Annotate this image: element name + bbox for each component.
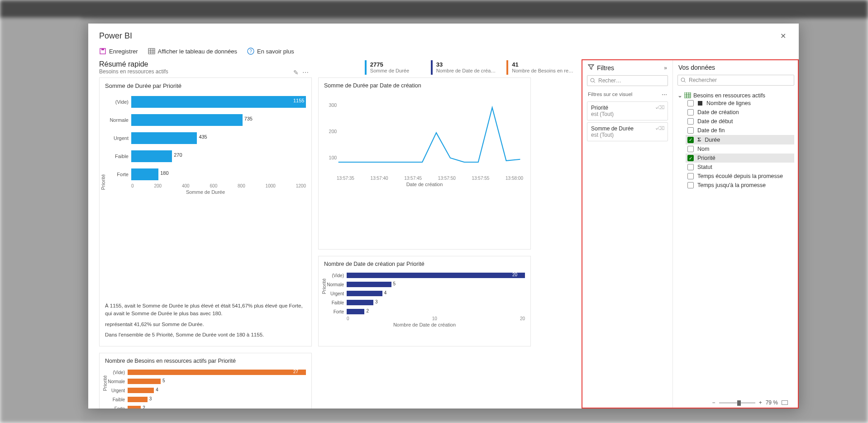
checkbox[interactable]	[687, 109, 694, 115]
edit-icon[interactable]: ✎	[293, 69, 299, 76]
more-icon[interactable]: ⋯	[302, 69, 309, 76]
chart-card-duree-date[interactable]: Somme de Durée par Date de création 300 …	[318, 77, 531, 250]
svg-rect-1	[101, 48, 104, 50]
filter-icon	[588, 64, 594, 72]
data-field-row[interactable]: Nombre de lignes	[686, 99, 794, 108]
field-label: Statut	[697, 164, 712, 170]
bar-row: Forte 2	[324, 307, 525, 316]
checkbox[interactable]	[687, 137, 694, 143]
data-field-row[interactable]: Statut	[686, 163, 794, 172]
data-table-root[interactable]: ⌄ Besoins en ressources actifs	[677, 92, 794, 99]
checkbox[interactable]	[687, 182, 694, 188]
chart-title: Nombre de Besoins en ressources actifs p…	[105, 358, 306, 364]
clear-filter-icon[interactable]: ⌫	[658, 105, 665, 111]
clear-filter-icon[interactable]: ⌫	[658, 125, 665, 131]
filters-title: Filtres	[597, 64, 614, 72]
filter-card[interactable]: Prioritéest (Tout) ⌄ ⌫	[587, 101, 668, 120]
chevron-down-icon: ⌄	[677, 92, 682, 99]
svg-text:300: 300	[329, 102, 337, 108]
chart-card-count-date[interactable]: Nombre de Date de création par Priorité …	[318, 256, 531, 346]
data-field-row[interactable]: Date de fin	[686, 126, 794, 135]
data-field-row[interactable]: Date de création	[686, 108, 794, 117]
bar-row: (Vide) 27	[105, 368, 306, 377]
svg-point-14	[681, 78, 685, 82]
data-field-row[interactable]: Nom	[686, 144, 794, 154]
kpi-card[interactable]: 41 Nombre de Besoins en re…	[506, 60, 577, 75]
bar-row: Forte 180	[105, 165, 306, 183]
kpi-label: Nombre de Besoins en re…	[512, 68, 573, 73]
data-pane-title: Vos données	[678, 64, 715, 71]
data-pane: Vos données Rechercher ⌄ Besoins en ress…	[673, 59, 799, 409]
chart-title: Nombre de Date de création par Priorité	[324, 261, 525, 267]
collapse-icon[interactable]: »	[664, 65, 667, 71]
data-field-row[interactable]: Date de début	[686, 117, 794, 126]
checkbox[interactable]	[687, 127, 694, 134]
field-label: Temps écoulé depuis la promesse	[697, 173, 783, 179]
svg-text:?: ?	[249, 49, 252, 54]
filter-card[interactable]: Somme de Duréeest (Tout) ⌄ ⌫	[587, 122, 668, 141]
svg-rect-21	[698, 101, 702, 106]
kpi-card[interactable]: 33 Nombre de Date de créa…	[431, 60, 499, 75]
data-field-row[interactable]: Temps jusqu'à la promesse	[686, 181, 794, 190]
data-field-row[interactable]: Σ Durée	[686, 135, 794, 144]
help-icon: ?	[247, 48, 254, 55]
kpi-label: Somme de Durée	[370, 68, 420, 73]
checkbox[interactable]	[687, 155, 694, 161]
svg-text:200: 200	[329, 129, 337, 134]
field-label: Date de fin	[697, 127, 725, 134]
search-icon	[590, 78, 596, 83]
kpi-value: 2775	[370, 61, 420, 68]
count-icon	[697, 101, 703, 106]
data-search-input[interactable]: Rechercher	[677, 75, 794, 86]
bar-row: Faible 3	[105, 395, 306, 404]
table-icon	[148, 48, 155, 55]
bar-row: Faible 3	[324, 298, 525, 307]
field-label: Date de début	[697, 118, 733, 125]
bar-row: Faible 270	[105, 147, 306, 165]
more-icon[interactable]: ⋯	[662, 91, 667, 98]
chart-card-duree-priorite[interactable]: ✎ ⋯ Somme de Durée par Priorité Priorité…	[99, 77, 312, 346]
kpi-value: 41	[512, 61, 573, 68]
svg-point-12	[591, 78, 594, 82]
search-icon	[681, 77, 686, 83]
chart-title: Somme de Durée par Date de création	[324, 82, 525, 89]
field-label: Priorité	[697, 155, 715, 161]
bar-row: Urgent 4	[324, 289, 525, 298]
filters-search-input[interactable]: Recher…	[587, 75, 668, 86]
learn-more-button[interactable]: ? En savoir plus	[247, 48, 294, 55]
bar-row: (Vide) 20	[324, 271, 525, 280]
save-icon	[99, 48, 106, 55]
bar-row: (Vide) 1155	[105, 93, 306, 111]
chart-card-count-need[interactable]: Nombre de Besoins en ressources actifs p…	[99, 353, 312, 409]
close-icon[interactable]: ✕	[778, 30, 788, 42]
field-label: Durée	[705, 137, 720, 143]
field-label: Temps jusqu'à la promesse	[697, 182, 766, 188]
summary-title: Résumé rapide	[99, 60, 168, 68]
field-label: Date de création	[697, 109, 739, 115]
data-field-row[interactable]: Temps écoulé depuis la promesse	[686, 172, 794, 181]
checkbox[interactable]	[687, 164, 694, 170]
checkbox[interactable]	[687, 100, 694, 106]
svg-line-13	[594, 82, 595, 83]
checkbox[interactable]	[687, 146, 694, 152]
field-label: Nom	[697, 146, 709, 152]
svg-rect-16	[684, 92, 691, 98]
table-icon	[684, 92, 692, 99]
bar-row: Urgent 4	[105, 386, 306, 395]
insight-text: représentait 41,62% sur Somme de Durée.	[105, 321, 306, 328]
kpi-card[interactable]: 2775 Somme de Durée	[365, 60, 424, 75]
svg-text:100: 100	[329, 155, 337, 160]
bar-row: Normale 5	[105, 377, 306, 386]
insight-text: Dans l'ensemble de 5 Priorité, Somme de …	[105, 331, 306, 339]
bar-row: Forte 2	[105, 404, 306, 409]
sigma-icon: Σ	[697, 136, 701, 143]
checkbox[interactable]	[687, 173, 694, 179]
chart-title: Somme de Durée par Priorité	[105, 82, 306, 89]
bar-row: Normale 735	[105, 111, 306, 129]
show-table-button[interactable]: Afficher le tableau de données	[148, 48, 237, 55]
kpi-value: 33	[436, 61, 496, 68]
data-field-row[interactable]: Priorité	[686, 154, 794, 163]
save-button[interactable]: Enregistrer	[99, 48, 138, 55]
checkbox[interactable]	[687, 118, 694, 125]
filters-pane: Filtres » Recher… Filtres sur ce visuel …	[582, 59, 673, 409]
